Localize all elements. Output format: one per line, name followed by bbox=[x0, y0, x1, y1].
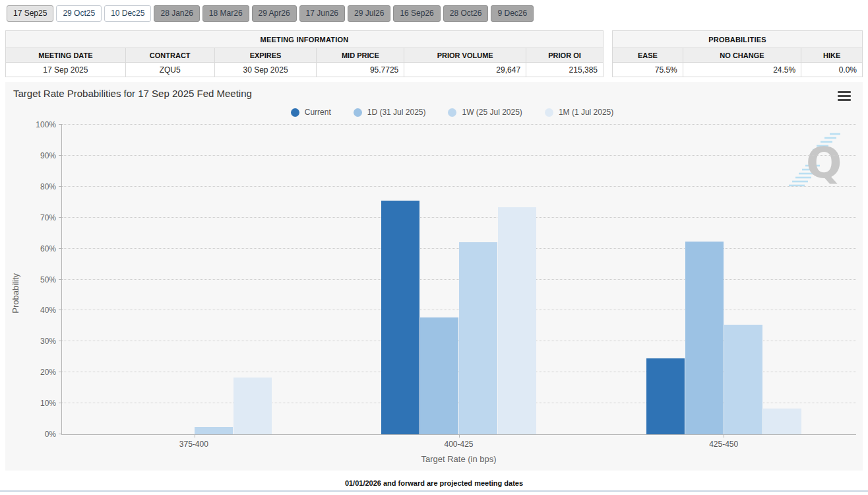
col-contract: CONTRACT bbox=[125, 48, 214, 63]
fedwatch-chart-panel: Target Rate Probabilities for 17 Sep 202… bbox=[5, 82, 863, 471]
bar-chart-plot-area: Q 0%10%20%30%40%50%60%70%80%90%100% bbox=[61, 125, 856, 435]
mid-price-value: 95.7725 bbox=[317, 63, 404, 77]
tab-18-mar26[interactable]: 18 Mar26 bbox=[202, 5, 249, 22]
tab-17-sep25[interactable]: 17 Sep25 bbox=[7, 5, 53, 22]
chart-legend: Current1D (31 Jul 2025)1W (25 Jul 2025)1… bbox=[42, 108, 863, 117]
legend-dot-icon bbox=[291, 108, 299, 117]
meeting-date-tabs: 17 Sep2529 Oct2510 Dec2528 Jan2618 Mar26… bbox=[0, 0, 868, 22]
tab-28-jan26[interactable]: 28 Jan26 bbox=[154, 5, 199, 22]
legend-label: 1D (31 Jul 2025) bbox=[367, 108, 426, 117]
meeting-info-table: MEETING INFORMATION MEETING DATE CONTRAC… bbox=[5, 30, 604, 77]
bar-1m-425-450 bbox=[763, 409, 801, 434]
legend-label: Current bbox=[305, 108, 331, 117]
x-tick bbox=[195, 434, 195, 438]
y-tick-label: 0% bbox=[45, 430, 56, 439]
tab-29-apr26[interactable]: 29 Apr26 bbox=[252, 5, 297, 22]
summary-tables: MEETING INFORMATION MEETING DATE CONTRAC… bbox=[0, 22, 868, 77]
y-tick-label: 80% bbox=[40, 182, 56, 191]
legend-dot-icon bbox=[448, 108, 456, 117]
prior-volume-value: 29,647 bbox=[404, 63, 526, 77]
legend-item-1w[interactable]: 1W (25 Jul 2025) bbox=[448, 108, 522, 117]
bar-1d-400-425 bbox=[420, 317, 458, 434]
col-mid-price: MID PRICE bbox=[317, 48, 404, 63]
bar-1m-375-400 bbox=[233, 378, 272, 434]
meeting-date-value: 17 Sep 2025 bbox=[6, 63, 126, 77]
y-tick-label: 20% bbox=[40, 368, 56, 377]
col-meeting-date: MEETING DATE bbox=[6, 48, 126, 63]
ease-value: 75.5% bbox=[613, 63, 683, 77]
chart-title: Target Rate Probabilities for 17 Sep 202… bbox=[5, 82, 863, 99]
col-prior-volume: PRIOR VOLUME bbox=[404, 48, 526, 63]
bar-current-400-425 bbox=[381, 201, 419, 434]
no-change-value: 24.5% bbox=[683, 63, 801, 77]
y-tick-label: 70% bbox=[40, 213, 56, 222]
probabilities-row: 75.5% 24.5% 0.0% bbox=[613, 63, 863, 77]
bar-1w-375-400 bbox=[195, 427, 233, 434]
y-axis-label: Probability bbox=[11, 273, 20, 314]
hike-value: 0.0% bbox=[801, 63, 863, 77]
contract-value: ZQU5 bbox=[125, 63, 214, 77]
y-tick-label: 50% bbox=[40, 275, 56, 284]
y-tick-label: 10% bbox=[40, 399, 56, 408]
bar-1m-400-425 bbox=[498, 207, 536, 434]
tab-29-oct25[interactable]: 29 Oct25 bbox=[56, 5, 102, 22]
y-tick-label: 30% bbox=[40, 337, 56, 346]
col-prior-oi: PRIOR OI bbox=[526, 48, 604, 63]
legend-label: 1W (25 Jul 2025) bbox=[462, 108, 522, 117]
legend-item-1d[interactable]: 1D (31 Jul 2025) bbox=[354, 108, 426, 117]
y-tick-label: 60% bbox=[40, 244, 56, 253]
bottom-divider bbox=[0, 490, 868, 492]
probabilities-title: PROBABILITIES bbox=[613, 31, 863, 48]
legend-item-current[interactable]: Current bbox=[291, 108, 331, 117]
y-tick-label: 90% bbox=[40, 151, 56, 160]
legend-item-1m[interactable]: 1M (1 Jul 2025) bbox=[545, 108, 613, 117]
col-ease: EASE bbox=[613, 48, 683, 63]
tab-17-jun26[interactable]: 17 Jun26 bbox=[299, 5, 345, 22]
projected-dates-footnote: 01/01/2026 and forward are projected mee… bbox=[0, 479, 868, 487]
tab-10-dec25[interactable]: 10 Dec25 bbox=[104, 5, 151, 22]
bar-1w-400-425 bbox=[459, 242, 497, 434]
y-tick-label: 100% bbox=[36, 120, 56, 129]
expires-value: 30 Sep 2025 bbox=[214, 63, 317, 77]
col-expires: EXPIRES bbox=[214, 48, 317, 63]
plot-wrap: Probability Q 0%10%20% bbox=[5, 125, 863, 471]
x-tick bbox=[459, 434, 460, 438]
meeting-info-row: 17 Sep 2025 ZQU5 30 Sep 2025 95.7725 29,… bbox=[6, 63, 604, 77]
tab-28-oct26[interactable]: 28 Oct26 bbox=[443, 5, 489, 22]
meeting-info-title: MEETING INFORMATION bbox=[6, 31, 604, 48]
probabilities-table: PROBABILITIES EASE NO CHANGE HIKE 75.5% … bbox=[612, 30, 863, 77]
bar-1w-425-450 bbox=[724, 325, 762, 434]
col-hike: HIKE bbox=[801, 48, 863, 63]
bar-group-425-450 bbox=[592, 125, 856, 434]
legend-dot-icon bbox=[545, 108, 553, 117]
tab-16-sep26[interactable]: 16 Sep26 bbox=[393, 5, 440, 22]
prior-oi-value: 215,385 bbox=[526, 63, 604, 77]
legend-dot-icon bbox=[354, 108, 362, 117]
tab-9-dec26[interactable]: 9 Dec26 bbox=[491, 5, 534, 22]
col-no-change: NO CHANGE bbox=[683, 48, 801, 63]
hamburger-menu-icon[interactable] bbox=[838, 89, 851, 103]
bar-group-375-400 bbox=[62, 125, 326, 434]
x-axis-label: Target Rate (in bps) bbox=[61, 449, 856, 471]
bar-current-425-450 bbox=[646, 358, 685, 434]
y-tick-label: 40% bbox=[40, 306, 56, 315]
tab-29-jul26[interactable]: 29 Jul26 bbox=[348, 5, 390, 22]
bar-1d-425-450 bbox=[685, 242, 724, 434]
bar-group-400-425 bbox=[326, 125, 591, 434]
x-tick bbox=[724, 434, 724, 438]
legend-label: 1M (1 Jul 2025) bbox=[559, 108, 613, 117]
